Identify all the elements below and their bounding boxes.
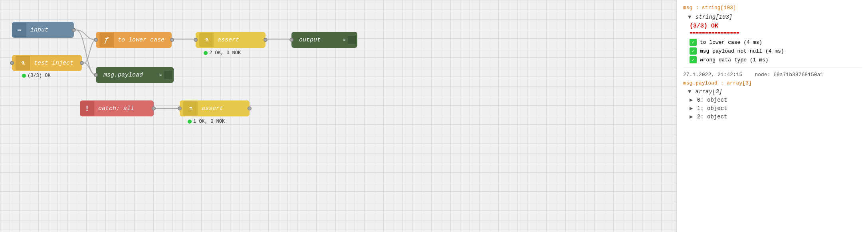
timestamp: 27.1.2022, 21:42:15 <box>683 72 742 78</box>
assert1-node[interactable]: ⚗ assert <box>196 32 266 48</box>
catch-node[interactable]: ! catch: all <box>80 100 154 116</box>
array-item-1-label: 1: object <box>697 105 727 112</box>
array-item-0-arrow: ▶ <box>690 96 693 103</box>
catch-output-port[interactable] <box>152 106 156 110</box>
assert1-status-dot <box>204 51 208 55</box>
array-tree-label: array[3] <box>696 88 722 95</box>
msgpayload-menu-icon[interactable]: ≡ <box>157 71 164 79</box>
check-icon-2: ✓ <box>690 56 697 63</box>
output-square <box>348 36 356 44</box>
assert2-input-port[interactable] <box>178 106 182 110</box>
assert1-output-port[interactable] <box>264 38 268 42</box>
inject-status-text: (3/3) OK <box>28 73 51 79</box>
check-label-1: msg payload not null (4 ms) <box>700 48 784 54</box>
divider-1 <box>683 67 862 68</box>
string-arrow: ▼ <box>688 14 691 20</box>
check-label-0: to lower case (4 ms) <box>700 39 762 45</box>
assert2-status: 1 OK, 0 NOK <box>188 119 225 124</box>
string-tree-label: string[103] <box>696 14 732 20</box>
inject-output-port[interactable] <box>80 61 84 65</box>
input-node[interactable]: ⇒ input <box>12 22 74 38</box>
inject-icon: ⚗ <box>16 56 30 70</box>
msgpayload-label: msg.payload <box>99 72 157 79</box>
assert1-status: 2 OK, 0 NOK <box>204 50 241 56</box>
output-menu-icon[interactable]: ≡ <box>341 36 348 43</box>
assert2-status-text: 1 OK, 0 NOK <box>193 119 225 124</box>
assert2-status-dot <box>188 120 192 124</box>
lowercase-input-port[interactable] <box>94 38 98 42</box>
array-item-2-label: 2: object <box>697 114 727 120</box>
inject-label: test inject <box>30 60 78 67</box>
ok-section: (3/3) OK ================ ✓ to lower cas… <box>690 23 862 63</box>
msg-payload-node[interactable]: msg.payload ≡ <box>96 67 174 83</box>
array-item-1-arrow: ▶ <box>690 105 693 112</box>
array-item-0[interactable]: ▶ 0: object <box>690 96 862 103</box>
array-arrow: ▼ <box>688 88 691 95</box>
assert1-icon: ⚗ <box>199 33 214 47</box>
ok-divider: ================ <box>690 30 862 36</box>
msgpayload-input-port[interactable] <box>94 73 98 77</box>
test-inject-node[interactable]: ⚗ test inject <box>12 55 82 71</box>
assert1-label: assert <box>214 37 262 43</box>
check-row-1: ✓ msg payload not null (4 ms) <box>690 47 862 55</box>
node-id: node: 69a71b38768150a1 <box>755 72 823 78</box>
input-icon: ⇒ <box>12 23 26 37</box>
output-node[interactable]: output ≡ <box>291 32 357 48</box>
output-input-port[interactable] <box>289 38 293 42</box>
assert2-output-port[interactable] <box>248 106 252 110</box>
inject-input-port[interactable] <box>10 61 14 65</box>
array-item-2-arrow: ▶ <box>690 113 693 120</box>
string-tree-root[interactable]: ▼ string[103] <box>688 14 862 20</box>
catch-label: catch: all <box>94 105 150 112</box>
output-label: output <box>295 37 341 43</box>
check-icon-1: ✓ <box>690 47 697 55</box>
inject-status: (3/3) OK <box>22 73 51 79</box>
check-row-2: ✓ wrong data type (1 ms) <box>690 56 862 63</box>
assert2-label: assert <box>198 105 246 112</box>
msg-payload-header: msg.payload : array[3] <box>683 80 862 86</box>
ok-title: (3/3) OK <box>690 23 862 29</box>
array-item-2[interactable]: ▶ 2: object <box>690 113 862 120</box>
flow-canvas[interactable]: ⇒ input ⚗ test inject (3/3) OK ƒ to lowe… <box>0 0 676 232</box>
input-label: input <box>26 27 70 33</box>
check-row-0: ✓ to lower case (4 ms) <box>690 39 862 46</box>
assert2-node[interactable]: ⚗ assert <box>180 100 250 116</box>
check-label-2: wrong data type (1 ms) <box>700 57 769 63</box>
lowercase-label: to lower case <box>114 37 168 43</box>
to-lower-case-node[interactable]: ƒ to lower case <box>96 32 172 48</box>
catch-icon: ! <box>80 101 94 116</box>
right-panel: msg : string[103] ▼ string[103] (3/3) OK… <box>676 0 868 232</box>
lowercase-icon: ƒ <box>99 33 114 47</box>
array-item-1[interactable]: ▶ 1: object <box>690 105 862 112</box>
assert2-icon: ⚗ <box>183 101 198 116</box>
assert1-status-text: 2 OK, 0 NOK <box>209 50 241 56</box>
lowercase-output-port[interactable] <box>170 38 174 42</box>
inject-status-dot <box>22 74 26 78</box>
input-output-port[interactable] <box>72 28 76 32</box>
msgpayload-square <box>164 71 172 79</box>
array-tree-root[interactable]: ▼ array[3] <box>688 88 862 95</box>
assert1-input-port[interactable] <box>194 38 198 42</box>
check-icon-0: ✓ <box>690 39 697 46</box>
timestamp-line: 27.1.2022, 21:42:15 node: 69a71b38768150… <box>683 72 862 78</box>
msg-type-header: msg : string[103] <box>683 5 862 11</box>
array-item-0-label: 0: object <box>697 97 727 103</box>
array-items: ▶ 0: object ▶ 1: object ▶ 2: object <box>690 96 862 120</box>
